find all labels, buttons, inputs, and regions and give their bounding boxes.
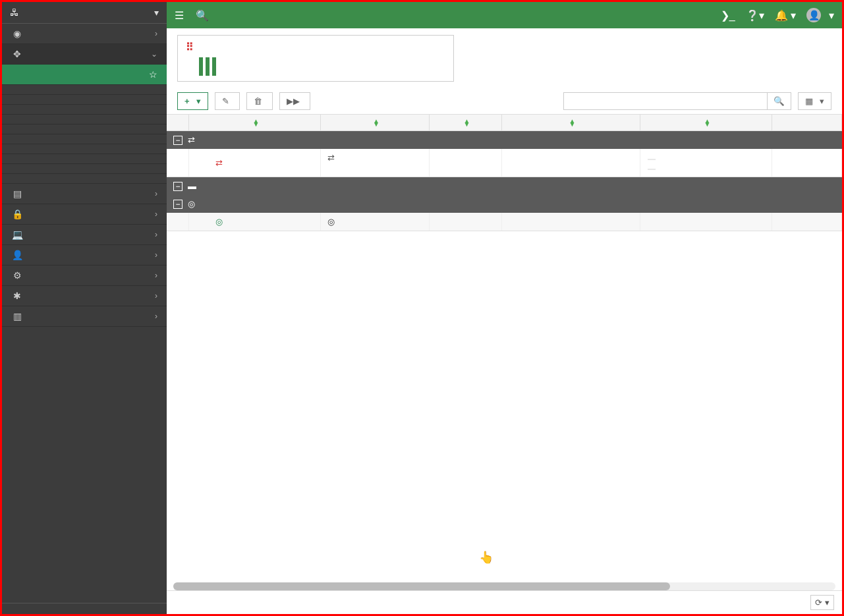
create-new-button[interactable]: + ▾ <box>177 92 208 110</box>
bell-icon[interactable]: 🔔 ▾ <box>775 9 796 22</box>
nav-dns[interactable] <box>2 85 167 95</box>
search-icon[interactable]: 🔍 <box>196 9 209 22</box>
search-input[interactable] <box>563 92 768 110</box>
star-icon: ☆ <box>149 69 157 80</box>
col-dhcp[interactable] <box>772 115 842 130</box>
dashboard-icon: ◉ <box>11 28 23 39</box>
col-ip[interactable] <box>502 115 640 130</box>
group-physical[interactable]: − ▬ <box>167 177 842 195</box>
nav-routing-objects[interactable] <box>2 164 167 174</box>
group-aggregate[interactable]: − ⇄ <box>167 131 842 149</box>
group-tunnel[interactable]: − ◎ <box>167 195 842 213</box>
collapse-icon[interactable]: − <box>173 136 183 145</box>
row-fortilink[interactable]: ⇄ ⇄ <box>167 149 842 177</box>
chevron-right-icon: › <box>155 230 157 239</box>
help-icon[interactable]: ❔▾ <box>746 9 764 22</box>
nav-ospf[interactable] <box>2 144 167 154</box>
nav-interfaces[interactable]: ☆ <box>2 65 167 85</box>
if-ip <box>502 149 640 177</box>
horizontal-scrollbar[interactable] <box>173 582 835 590</box>
chevron-down-icon[interactable]: ▾ <box>154 7 159 18</box>
nav-security-fabric[interactable]: ✱› <box>2 286 167 306</box>
network-icon: ✥ <box>11 49 23 59</box>
nav-network[interactable]: ✥⌄ <box>2 44 167 65</box>
col-members[interactable] <box>430 115 502 130</box>
chart-icon: ▥ <box>11 311 23 322</box>
nav-bgp[interactable] <box>2 154 167 164</box>
avatar-icon: 👤 <box>806 8 821 22</box>
chevron-right-icon: › <box>155 210 157 219</box>
vpn-icon: 💻 <box>11 229 23 240</box>
integrate-button[interactable]: ▶▶ <box>279 92 310 110</box>
table-header <box>167 115 842 131</box>
status-bar: ⟳ ▾ <box>167 590 842 614</box>
fortigate-logo-icon: ⠿ <box>186 41 194 53</box>
chevron-right-icon: › <box>155 271 157 280</box>
collapse-icon[interactable]: − <box>173 200 183 209</box>
nav-policy-objects[interactable]: ▤› <box>2 184 167 204</box>
topbar: ☰ 🔍 ❯_ ❔▾ 🔔 ▾ 👤 ▾ <box>167 2 842 28</box>
device-title[interactable]: 🖧 ▾ <box>2 2 167 24</box>
chevron-right-icon: › <box>155 312 157 321</box>
nav-user-auth[interactable]: 👤› <box>2 245 167 266</box>
nav-security-profiles[interactable]: 🔒› <box>2 204 167 225</box>
tunnel-icon: ◎ <box>188 199 195 209</box>
chevron-down-icon: ⌄ <box>151 49 157 59</box>
user-menu[interactable]: 👤 ▾ <box>806 8 834 22</box>
nav-vpn[interactable]: 💻› <box>2 225 167 245</box>
col-admin[interactable] <box>640 115 772 130</box>
fabric-icon: ✱ <box>11 291 23 301</box>
link-icon: ⇄ <box>215 158 223 168</box>
sidebar-footer <box>2 603 167 614</box>
nav-static-routes[interactable] <box>2 115 167 125</box>
aggregate-icon: ⇄ <box>188 135 195 145</box>
if-access <box>640 149 772 177</box>
nav-policy-routes[interactable] <box>2 125 167 134</box>
chevron-right-icon: › <box>155 29 157 38</box>
group-by-button[interactable]: ▦ ▾ <box>798 92 831 110</box>
cli-icon[interactable]: ❯_ <box>721 9 735 22</box>
toolbar: + ▾ ✎ 🗑 ▶▶ 🔍 ▦ ▾ <box>167 88 842 115</box>
row-nat[interactable]: ◎ ◎ <box>167 213 842 231</box>
physical-icon: ▬ <box>188 181 196 191</box>
delete-button[interactable]: 🗑 <box>246 92 273 110</box>
chevron-right-icon: › <box>155 250 157 260</box>
chevron-right-icon: › <box>155 189 157 198</box>
device-status-panel: ⠿ <box>177 35 454 82</box>
tunnel-icon: ◎ <box>215 217 223 227</box>
nav-packet-capture[interactable] <box>2 95 167 105</box>
nav-rip[interactable] <box>2 134 167 144</box>
device-icon: 🖧 <box>10 7 19 18</box>
chevron-right-icon: › <box>155 291 157 300</box>
refresh-icon[interactable]: ⟳ ▾ <box>810 595 834 610</box>
col-name[interactable] <box>189 115 321 130</box>
nav-system[interactable]: ⚙› <box>2 266 167 286</box>
if-ip <box>502 213 640 231</box>
aggregate-icon: ⇄ <box>327 153 335 163</box>
nav-sdwan[interactable] <box>2 105 167 115</box>
user-icon: 👤 <box>11 250 23 260</box>
nav-multicast[interactable] <box>2 174 167 184</box>
gear-icon: ⚙ <box>11 270 23 281</box>
edit-button[interactable]: ✎ <box>215 92 240 110</box>
search-button[interactable]: 🔍 <box>768 92 791 110</box>
nav-log-report[interactable]: ▥› <box>2 306 167 327</box>
tunnel-icon: ◎ <box>327 217 335 227</box>
nav-dashboard[interactable]: ◉› <box>2 24 167 44</box>
sidebar: 🖧 ▾ ◉› ✥⌄ ☆ ▤› 🔒› 💻› 👤› ⚙› ✱› ▥› <box>2 2 167 614</box>
menu-icon[interactable]: ☰ <box>175 9 184 22</box>
lock-icon: 🔒 <box>11 209 23 219</box>
policy-icon: ▤ <box>11 188 23 199</box>
col-type[interactable] <box>321 115 430 130</box>
collapse-icon[interactable]: − <box>173 182 183 191</box>
